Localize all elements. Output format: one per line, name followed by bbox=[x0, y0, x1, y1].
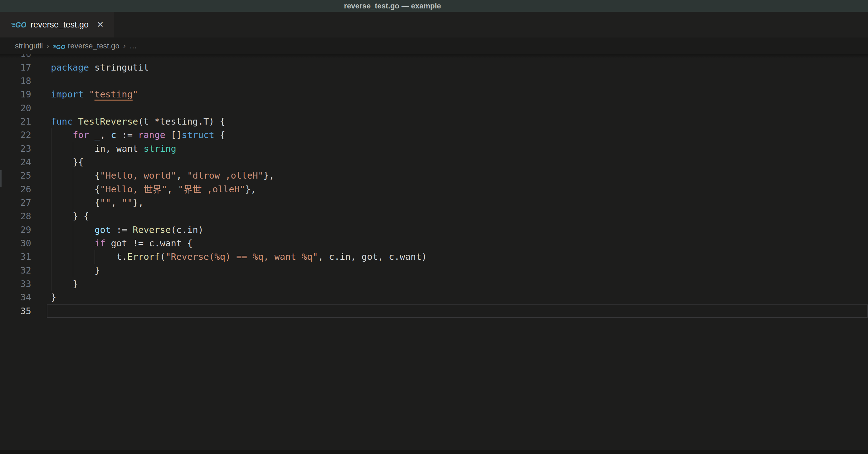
line-number[interactable]: 25 bbox=[9, 169, 31, 182]
code-line[interactable]: 24}{ bbox=[0, 155, 868, 169]
breadcrumb-item-symbol-ellipsis[interactable]: … bbox=[129, 41, 137, 50]
line-number[interactable]: 32 bbox=[9, 264, 31, 277]
line-number[interactable]: 30 bbox=[9, 237, 31, 250]
code-line[interactable]: 22for _, c := range []struct { bbox=[0, 128, 868, 142]
code-token: , c.in, got, c.want) bbox=[318, 251, 427, 262]
line-number[interactable]: 26 bbox=[9, 183, 31, 196]
code-text: {"", ""}, bbox=[51, 196, 144, 209]
window-title: reverse_test.go — example bbox=[344, 2, 441, 10]
code-line[interactable]: 29got := Reverse(c.in) bbox=[0, 223, 868, 237]
breadcrumb-item-file[interactable]: reverse_test.go bbox=[68, 41, 119, 50]
code-token: "Hello, 世界" bbox=[100, 184, 167, 195]
code-token: , bbox=[167, 184, 178, 195]
code-line[interactable]: 28} { bbox=[0, 209, 868, 223]
code-token: (c.in) bbox=[170, 225, 204, 235]
code-text: in, want string bbox=[51, 142, 176, 155]
code-token: := bbox=[116, 130, 138, 140]
line-number[interactable]: 33 bbox=[9, 277, 31, 291]
line-number[interactable]: 17 bbox=[9, 61, 31, 74]
code-token: struct bbox=[182, 130, 214, 140]
code-token: , bbox=[176, 170, 187, 181]
code-line[interactable]: 21func TestReverse(t *testing.T) { bbox=[0, 115, 868, 128]
code-text: if got != c.want { bbox=[51, 237, 192, 250]
code-token: "界世 ,olleH" bbox=[178, 184, 245, 195]
code-text: for _, c := range []struct { bbox=[51, 128, 225, 142]
code-token: ( bbox=[160, 251, 165, 262]
tab-label: reverse_test.go bbox=[31, 20, 89, 30]
line-number[interactable]: 27 bbox=[9, 196, 31, 209]
line-number[interactable]: 34 bbox=[9, 291, 31, 304]
line-number[interactable]: 29 bbox=[9, 223, 31, 237]
code-token: { bbox=[95, 184, 100, 195]
code-line[interactable]: 33} bbox=[0, 277, 868, 291]
code-token: package bbox=[51, 62, 89, 73]
line-number[interactable]: 23 bbox=[9, 142, 31, 155]
code-token: , bbox=[100, 130, 111, 140]
code-line[interactable]: 26{"Hello, 世界", "界世 ,olleH"}, bbox=[0, 183, 868, 196]
code-line[interactable]: 20 bbox=[0, 102, 868, 115]
chevron-right-icon: › bbox=[46, 41, 49, 50]
breadcrumb: stringutil › GO reverse_test.go › … bbox=[0, 37, 868, 54]
go-logo-icon: GO bbox=[11, 20, 26, 29]
code-editor[interactable]: 1617package stringutil1819import "testin… bbox=[0, 54, 868, 450]
line-number[interactable]: 21 bbox=[9, 115, 31, 128]
code-text: {"Hello, 世界", "界世 ,olleH"}, bbox=[51, 183, 256, 196]
code-text: }{ bbox=[51, 155, 84, 169]
code-line[interactable]: 27{"", ""}, bbox=[0, 196, 868, 209]
code-token: " bbox=[133, 89, 138, 100]
code-token bbox=[73, 116, 78, 127]
line-number[interactable]: 16 bbox=[9, 54, 31, 61]
line-number[interactable]: 22 bbox=[9, 128, 31, 142]
line-number[interactable]: 18 bbox=[9, 74, 31, 88]
code-token: string bbox=[144, 143, 176, 154]
code-text: {"Hello, world", "dlrow ,olleH"}, bbox=[51, 169, 274, 182]
chevron-right-icon: › bbox=[123, 41, 126, 50]
window-bottom-edge bbox=[0, 450, 868, 454]
titlebar: reverse_test.go — example bbox=[0, 0, 868, 12]
code-token: in, want bbox=[95, 143, 144, 154]
code-line[interactable]: 18 bbox=[0, 74, 868, 88]
code-line[interactable]: 31t.Errorf("Reverse(%q) == %q, want %q",… bbox=[0, 250, 868, 263]
code-token: { bbox=[95, 197, 100, 208]
code-token: } bbox=[51, 292, 56, 303]
code-token: range bbox=[138, 130, 165, 140]
code-token: } bbox=[73, 279, 78, 289]
line-number[interactable]: 19 bbox=[9, 88, 31, 101]
tab-reverse-test-go[interactable]: GO reverse_test.go ✕ bbox=[0, 12, 114, 37]
code-token: Errorf bbox=[127, 251, 160, 262]
code-line[interactable]: 25{"Hello, world", "dlrow ,olleH"}, bbox=[0, 169, 868, 182]
code-token: "" bbox=[122, 197, 133, 208]
code-token: }, bbox=[264, 170, 274, 181]
breadcrumb-item-stringutil[interactable]: stringutil bbox=[15, 41, 43, 50]
code-token: }{ bbox=[73, 157, 84, 167]
line-number[interactable]: 31 bbox=[9, 250, 31, 263]
svg-text:GO: GO bbox=[56, 44, 65, 50]
code-line[interactable]: 34} bbox=[0, 291, 868, 304]
tab-close-icon[interactable]: ✕ bbox=[97, 21, 104, 29]
code-line[interactable]: 19import "testing" bbox=[0, 88, 868, 101]
code-text: } bbox=[51, 277, 78, 291]
code-text: } bbox=[51, 291, 56, 304]
code-line[interactable]: 35 bbox=[0, 305, 868, 318]
tab-bar: GO reverse_test.go ✕ bbox=[0, 12, 868, 37]
line-number[interactable]: 28 bbox=[9, 209, 31, 223]
code-token: TestReverse bbox=[78, 116, 138, 127]
line-number[interactable]: 24 bbox=[9, 155, 31, 169]
code-token: } { bbox=[73, 211, 89, 221]
code-token: _ bbox=[95, 130, 100, 140]
code-line[interactable]: 32} bbox=[0, 264, 868, 277]
code-token: [] bbox=[165, 130, 182, 140]
code-token: got bbox=[95, 225, 111, 235]
code-line[interactable]: 23in, want string bbox=[0, 142, 868, 155]
code-text: import "testing" bbox=[51, 88, 138, 101]
current-line-highlight bbox=[47, 305, 868, 318]
code-token: t. bbox=[116, 251, 127, 262]
code-line[interactable]: 16 bbox=[0, 54, 868, 61]
code-token: "Hello, world" bbox=[100, 170, 176, 181]
code-line[interactable]: 17package stringutil bbox=[0, 61, 868, 74]
line-number[interactable]: 20 bbox=[9, 102, 31, 115]
code-token: (t *testing.T) { bbox=[138, 116, 225, 127]
code-text: } bbox=[51, 264, 100, 277]
line-number[interactable]: 35 bbox=[9, 305, 31, 318]
code-line[interactable]: 30if got != c.want { bbox=[0, 237, 868, 250]
